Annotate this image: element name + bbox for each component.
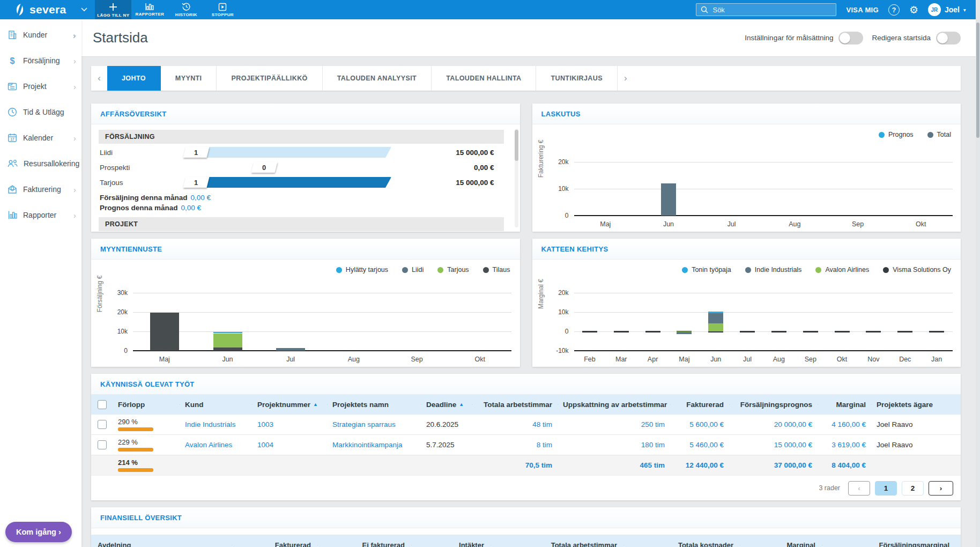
column-header-deadline[interactable]: Deadline▲ <box>421 401 472 409</box>
severa-logo[interactable]: severa <box>0 0 73 19</box>
column-header-projektets-gare[interactable]: Projektets ägare <box>871 401 958 409</box>
sidebar-item-kalender[interactable]: 17Kalender› <box>0 125 81 151</box>
financial-column-int-kter[interactable]: Intäkter <box>411 541 491 547</box>
legend-item[interactable]: Prognos <box>879 131 914 138</box>
scrollbar-thumb[interactable] <box>515 130 518 161</box>
cell[interactable]: 1004 <box>252 441 327 449</box>
financial-column-totala-arbetstimmar[interactable]: Totala arbetstimmar <box>491 541 623 547</box>
sidebar-item-rapporter[interactable]: Rapporter› <box>0 202 81 228</box>
legend-item[interactable]: Tarjous <box>437 266 469 274</box>
column-header-f-rs-ljningsprognos[interactable]: Försäljningsprognos <box>729 401 818 409</box>
legend-item[interactable]: Liidi <box>402 266 424 274</box>
cell[interactable]: Indie Industrials <box>180 420 252 428</box>
column-header-f-rlopp[interactable]: Förlopp <box>113 401 180 409</box>
column-header-projektets-namn[interactable]: Projektets namn <box>327 401 421 409</box>
visa-mig-button[interactable]: VISA MIG <box>846 6 878 14</box>
cell[interactable]: 4 160,00 € <box>818 420 871 428</box>
bar-segment-total[interactable] <box>661 183 676 216</box>
pagination-page-1[interactable]: 1 <box>875 481 897 496</box>
gear-icon[interactable]: ⚙ <box>909 5 918 15</box>
tab-johto[interactable]: JOHTO <box>107 66 161 91</box>
cell[interactable]: 15 000,00 € <box>729 441 818 449</box>
legend-item[interactable]: Total <box>927 131 951 138</box>
funnel-bar[interactable] <box>204 147 391 158</box>
funnel-bar[interactable] <box>204 177 391 188</box>
user-menu[interactable]: JR Joel ▾ <box>928 3 966 16</box>
help-icon[interactable]: ? <box>888 4 900 16</box>
cell[interactable]: 1003 <box>252 420 327 428</box>
bar-segment-liidi[interactable] <box>276 348 305 351</box>
topnav-history-button[interactable]: HISTORIK <box>168 0 204 19</box>
kom-igang-button[interactable]: Kom igång › <box>5 522 72 542</box>
topnav-plus-button[interactable]: LÄGG TILL NY <box>95 0 131 19</box>
column-header-marginal[interactable]: Marginal <box>818 401 871 409</box>
pagination-next-button[interactable]: › <box>929 481 953 496</box>
column-header-kund[interactable]: Kund <box>180 401 252 409</box>
sidebar-item-resursallokering[interactable]: Resursallokering <box>0 151 81 176</box>
sort-arrow-icon[interactable]: ▲ <box>313 402 318 407</box>
sidebar-item-tid-utl-gg[interactable]: Tid & Utlägg <box>0 99 81 125</box>
financial-column-fakturerad[interactable]: Fakturerad <box>232 541 317 547</box>
pagination-page-2[interactable]: 2 <box>902 481 924 496</box>
bar-segment-tonin-ty-paja[interactable] <box>708 312 723 313</box>
financial-column-marginal[interactable]: Marginal <box>740 541 822 547</box>
pagination-prev-button[interactable]: ‹ <box>848 481 870 496</box>
edit-homepage-toggle[interactable] <box>936 32 961 45</box>
bar-segment-tilaus[interactable] <box>213 348 242 351</box>
cell[interactable]: 180 tim <box>558 441 670 449</box>
tab-projektip-llikk-[interactable]: PROJEKTIPÄÄLLIKKÖ <box>217 66 322 91</box>
cell[interactable]: 250 tim <box>558 420 670 428</box>
column-header-projektnummer[interactable]: Projektnummer▲ <box>252 401 327 409</box>
sidebar-collapse-chevron-icon[interactable]: › <box>73 31 76 40</box>
financial-column-totala-kostnader[interactable]: Totala kostnader <box>623 541 740 547</box>
topnav-bar-chart-button[interactable]: RAPPORTER <box>131 0 168 19</box>
sidebar-item-kunder[interactable]: Kunder› <box>0 22 81 48</box>
panel-scrollbar[interactable] <box>515 129 518 227</box>
legend-item[interactable]: Indie Industrials <box>745 266 802 274</box>
cell[interactable]: Strategian sparraus <box>327 420 421 428</box>
bar-segment-tarjous[interactable] <box>213 334 242 348</box>
column-header-fakturerad[interactable]: Fakturerad <box>670 401 729 409</box>
bar-segment-tilaus[interactable] <box>150 313 179 351</box>
bar-segment-avalon-airlines[interactable] <box>708 323 723 331</box>
legend-item[interactable]: Hylätty tarjous <box>336 266 388 274</box>
sidebar-item-fakturering[interactable]: Fakturering› <box>0 176 81 202</box>
cell[interactable]: 8 tim <box>472 441 558 449</box>
sidebar-item-f-rs-ljning[interactable]: $Försäljning› <box>0 48 81 73</box>
bar-segment-indie-industrials[interactable] <box>708 313 723 323</box>
tab-tuntikirjaus[interactable]: TUNTIKIRJAUS <box>536 66 617 91</box>
search-input[interactable] <box>712 6 831 14</box>
tab-myynti[interactable]: MYYNTI <box>161 66 217 91</box>
tabs-scroll-left-icon[interactable]: ‹ <box>91 66 107 91</box>
cell[interactable]: 5 460,00 € <box>670 441 729 449</box>
tab-talouden-hallinta[interactable]: TALOUDEN HALLINTA <box>432 66 536 91</box>
cell[interactable]: 20 000,00 € <box>729 420 818 428</box>
bar-segment-hyl-tty-tarjous[interactable] <box>213 332 242 333</box>
select-all-checkbox[interactable] <box>98 400 107 409</box>
brand-chevron-down-icon[interactable] <box>73 0 95 19</box>
legend-item[interactable]: Avalon Airlines <box>815 266 869 274</box>
tabs-scroll-right-icon[interactable]: › <box>618 66 634 91</box>
cell[interactable]: 5 600,00 € <box>670 420 729 428</box>
financial-column-avdelning[interactable]: Avdelning <box>91 541 232 547</box>
sidebar-item-projekt[interactable]: Projekt› <box>0 73 81 99</box>
legend-item[interactable]: Visma Solutions Oy <box>883 266 951 274</box>
goal-settings-toggle[interactable] <box>838 32 863 45</box>
column-header-uppskattning-av-arbetstimmar[interactable]: Uppskattning av arbetstimmar <box>558 401 670 409</box>
topnav-stopwatch-button[interactable]: STOPPUR <box>204 0 241 19</box>
row-checkbox[interactable] <box>98 420 107 429</box>
legend-item[interactable]: Tonin työpaja <box>682 266 731 274</box>
column-header-totala-arbetstimmar[interactable]: Totala arbetstimmar <box>472 401 558 409</box>
cell[interactable]: 3 619,00 € <box>818 441 871 449</box>
legend-item[interactable]: Tilaus <box>483 266 510 274</box>
cell[interactable]: Markkinointikampanja <box>327 441 421 449</box>
page-scrollbar-thumb[interactable] <box>976 23 979 138</box>
financial-column-f-rs-ljningsmarginal[interactable]: Försäljningsmarginal <box>822 541 956 547</box>
page-scrollbar[interactable] <box>976 0 980 547</box>
cell[interactable]: Avalon Airlines <box>180 441 252 449</box>
row-checkbox[interactable] <box>98 440 107 449</box>
bar-segment-indie-industrials[interactable] <box>677 332 692 334</box>
financial-column-ej-fakturerad[interactable]: Ej fakturerad <box>317 541 411 547</box>
search-box[interactable] <box>696 3 836 16</box>
sort-arrow-icon[interactable]: ▲ <box>459 402 464 407</box>
